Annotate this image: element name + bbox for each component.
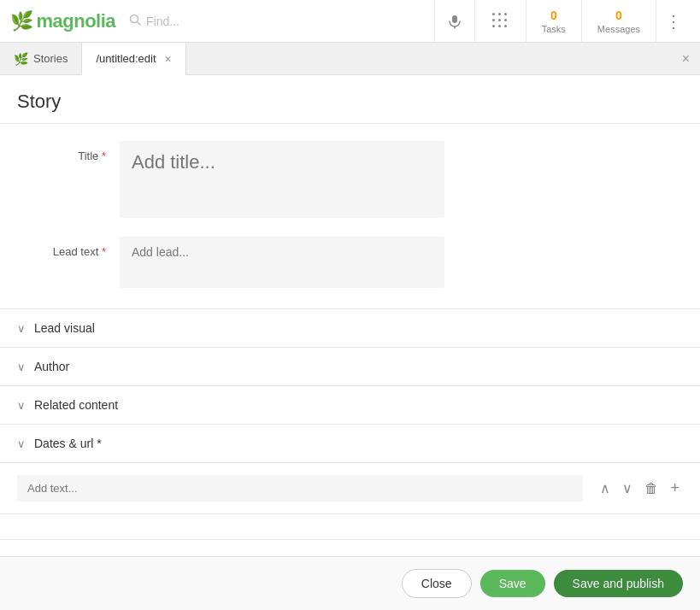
chevron-down-icon: ∨ — [622, 480, 632, 496]
tasks-label: Tasks — [542, 24, 566, 34]
accordion-lead-visual-header[interactable]: ∨ Lead visual — [0, 309, 700, 347]
save-and-publish-button[interactable]: Save and publish — [554, 570, 683, 597]
logo-text: magnolia — [37, 10, 116, 32]
tasks-button[interactable]: 0 Tasks — [526, 0, 581, 43]
accordion-related-content: ∨ Related content — [0, 386, 700, 425]
lead-input-area — [120, 237, 444, 291]
accordion-related-content-header[interactable]: ∨ Related content — [0, 386, 700, 424]
delete-button[interactable]: 🗑 — [641, 479, 662, 498]
accordion-related-content-chevron-icon: ∨ — [17, 399, 26, 412]
topbar: 🌿 magnolia Find... 0 — [0, 0, 700, 43]
close-button[interactable]: Close — [402, 569, 472, 598]
title-input[interactable] — [120, 141, 444, 218]
topbar-right: 0 Tasks 0 Messages ⋮ — [434, 0, 690, 43]
text-controls: ∧ ∨ 🗑 + — [597, 478, 683, 499]
logo-leaf-icon: 🌿 — [10, 10, 33, 32]
messages-count: 0 — [615, 9, 622, 22]
tab-stories-leaf-icon: 🌿 — [14, 52, 28, 66]
more-icon: ⋮ — [665, 11, 682, 32]
story-form: Title * Lead text * — [0, 124, 700, 309]
title-required-marker: * — [102, 150, 106, 162]
accordion-author-header[interactable]: ∨ Author — [0, 348, 700, 385]
close-all-tabs-button[interactable]: × — [672, 51, 700, 67]
accordion-lead-visual-chevron-icon: ∨ — [17, 322, 26, 335]
content-area: Story Title * Lead text * ∨ Le — [0, 75, 700, 556]
apps-button[interactable] — [474, 0, 526, 43]
logo: 🌿 magnolia — [10, 10, 115, 32]
title-label: Title * — [17, 141, 120, 162]
apps-grid-icon — [492, 13, 509, 29]
accordion-lead-visual: ∨ Lead visual — [0, 309, 700, 348]
lead-input[interactable] — [120, 237, 444, 288]
tab-stories[interactable]: 🌿 Stories — [0, 43, 82, 75]
save-button[interactable]: Save — [480, 570, 545, 597]
search-bar[interactable]: Find... — [129, 14, 385, 29]
tab-edit-label: /untitled:edit — [96, 52, 156, 65]
accordion-dates-url-label: Dates & url * — [34, 437, 102, 450]
accordion-author: ∨ Author — [0, 348, 700, 386]
add-text-input[interactable] — [17, 475, 583, 501]
footer: Close Save Save and publish — [0, 556, 700, 610]
lead-text-label: Lead text * — [17, 237, 120, 258]
accordion-related-content-label: Related content — [34, 398, 118, 412]
close-all-icon: × — [682, 51, 690, 66]
more-menu-button[interactable]: ⋮ — [656, 0, 690, 43]
search-icon — [129, 14, 141, 29]
title-row: Title * — [17, 141, 683, 221]
chevron-up-icon: ∧ — [600, 480, 610, 496]
tab-stories-label: Stories — [33, 52, 68, 65]
messages-button[interactable]: 0 Messages — [581, 0, 656, 43]
svg-rect-2 — [452, 15, 457, 23]
svg-line-1 — [138, 21, 141, 25]
page-title: Story — [0, 75, 700, 124]
add-button[interactable]: + — [667, 478, 683, 499]
accordion-author-label: Author — [34, 360, 69, 373]
delete-icon: 🗑 — [644, 481, 658, 496]
accordion-dates-url: ∨ Dates & url * — [0, 425, 700, 463]
search-placeholder: Find... — [146, 15, 179, 28]
accordion-lead-visual-label: Lead visual — [34, 321, 95, 335]
accordion-author-chevron-icon: ∨ — [17, 361, 26, 373]
move-up-button[interactable]: ∧ — [597, 478, 614, 498]
accordion-dates-url-header[interactable]: ∨ Dates & url * — [0, 425, 700, 462]
mic-button[interactable] — [434, 0, 474, 43]
tabbar: 🌿 Stories /untitled:edit × × — [0, 43, 700, 75]
accordion-dates-url-chevron-icon: ∨ — [17, 437, 26, 450]
tab-edit[interactable]: /untitled:edit × — [82, 43, 185, 75]
lead-text-row: Lead text * — [17, 237, 683, 291]
title-input-area — [120, 141, 444, 221]
tab-edit-close-icon[interactable]: × — [165, 53, 172, 65]
lead-required-marker: * — [102, 245, 106, 258]
move-down-button[interactable]: ∨ — [619, 478, 636, 498]
messages-label: Messages — [597, 24, 640, 34]
add-icon: + — [670, 479, 679, 497]
add-text-section: ∧ ∨ 🗑 + — [0, 463, 700, 514]
empty-spacer — [0, 514, 700, 540]
tasks-count: 0 — [550, 9, 557, 22]
